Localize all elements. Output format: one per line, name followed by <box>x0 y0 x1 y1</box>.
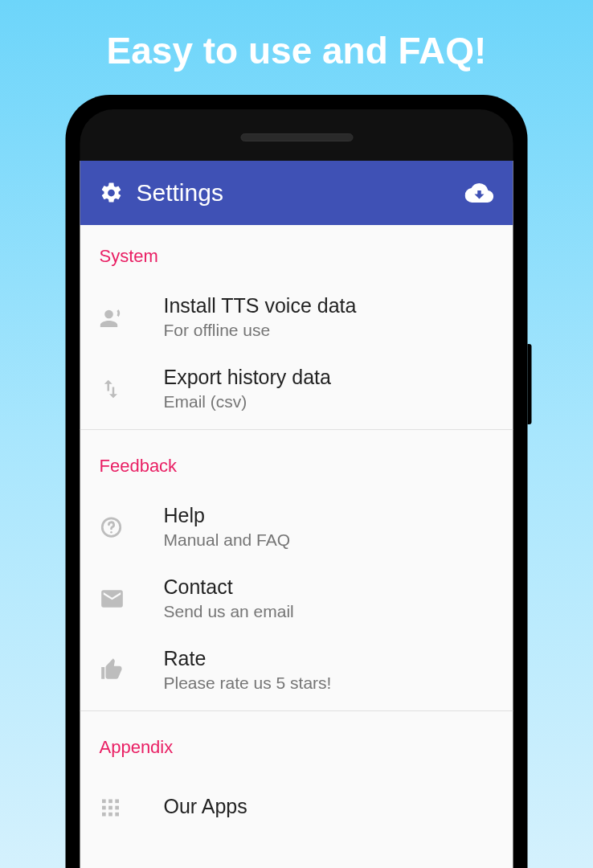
thumb-up-icon <box>100 657 148 683</box>
item-title: Help <box>164 504 494 527</box>
divider <box>80 429 513 430</box>
item-title: Contact <box>164 575 494 599</box>
item-title: Export history data <box>164 366 494 389</box>
hero-text: Easy to use and FAQ! <box>0 0 593 72</box>
svg-point-2 <box>110 531 112 534</box>
item-install-tts[interactable]: Install TTS voice data For offline use <box>80 281 513 353</box>
import-export-icon <box>100 377 148 401</box>
item-help[interactable]: Help Manual and FAQ <box>80 491 513 563</box>
app-bar-title: Settings <box>137 179 465 207</box>
svg-point-0 <box>104 309 113 318</box>
svg-rect-11 <box>115 813 119 817</box>
svg-rect-7 <box>108 806 112 810</box>
app-screen: Settings System Install TTS voice data F… <box>80 161 513 868</box>
item-our-apps[interactable]: Our Apps <box>80 772 513 843</box>
apps-icon <box>100 796 148 819</box>
item-rate[interactable]: Rate Please rate us 5 stars! <box>80 634 513 706</box>
item-contact[interactable]: Contact Send us an email <box>80 563 513 634</box>
app-bar: Settings <box>80 161 513 225</box>
section-header-appendix: Appendix <box>80 716 513 772</box>
svg-rect-3 <box>102 800 106 804</box>
item-subtitle: Please rate us 5 stars! <box>164 674 494 693</box>
gear-icon <box>100 181 124 205</box>
phone-frame: Settings System Install TTS voice data F… <box>66 95 528 868</box>
item-title: Install TTS voice data <box>164 294 494 317</box>
svg-rect-8 <box>115 806 119 810</box>
svg-rect-4 <box>108 800 112 804</box>
section-header-feedback: Feedback <box>80 435 513 491</box>
phone-side-button <box>528 344 532 424</box>
phone-speaker <box>240 133 353 141</box>
svg-rect-9 <box>102 813 106 817</box>
item-title: Rate <box>164 647 494 670</box>
svg-rect-6 <box>102 806 106 810</box>
help-icon <box>100 515 148 539</box>
cloud-download-icon[interactable] <box>465 178 494 207</box>
section-header-system: System <box>80 225 513 281</box>
item-subtitle: Send us an email <box>164 602 494 621</box>
voice-over-icon <box>100 305 148 330</box>
svg-rect-5 <box>115 800 119 804</box>
item-subtitle: Email (csv) <box>164 392 494 411</box>
item-subtitle: Manual and FAQ <box>164 530 494 550</box>
item-export-history[interactable]: Export history data Email (csv) <box>80 353 513 424</box>
email-icon <box>100 586 148 612</box>
item-title: Our Apps <box>164 795 494 818</box>
svg-rect-10 <box>108 813 112 817</box>
item-subtitle: For offline use <box>164 321 494 340</box>
divider <box>80 710 513 711</box>
